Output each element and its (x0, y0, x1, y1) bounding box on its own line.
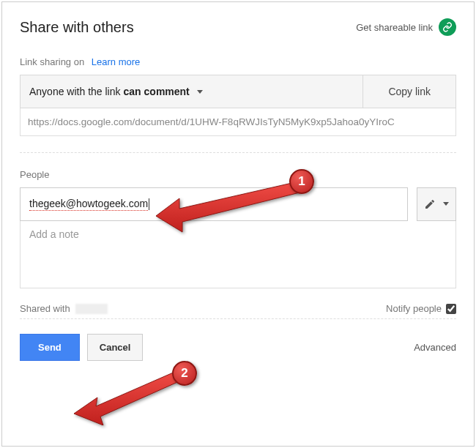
svg-marker-0 (156, 182, 300, 232)
button-group: Send Cancel (20, 334, 143, 361)
chevron-down-icon (443, 202, 449, 206)
shared-with-blurred (75, 304, 108, 314)
perm-level: can comment (124, 86, 190, 97)
note-placeholder: Add a note (29, 228, 79, 240)
section-divider (20, 152, 456, 153)
dialog-title: Share with others (20, 19, 134, 36)
shared-with-row: Shared with Notify people (20, 303, 456, 315)
annotation-arrow-2 (74, 368, 184, 425)
text-cursor (149, 198, 149, 210)
notify-checkbox-input[interactable] (446, 304, 456, 314)
link-icon (439, 18, 456, 36)
get-shareable-link-button[interactable]: Get shareable link (356, 18, 456, 36)
perm-prefix: Anyone with the link (29, 86, 121, 97)
annotation-arrow-1 (156, 179, 302, 238)
link-sharing-status: Link sharing on (20, 56, 84, 67)
annotation-badge-2: 2 (172, 361, 197, 386)
people-label: People (20, 169, 456, 180)
share-url-field[interactable]: https://docs.google.com/document/d/1UHW-… (20, 108, 456, 136)
notify-label: Notify people (386, 303, 442, 314)
learn-more-link[interactable]: Learn more (92, 56, 140, 67)
link-sharing-status-row: Link sharing on Learn more (20, 56, 456, 67)
shared-with-label-group: Shared with (20, 303, 108, 315)
cancel-button[interactable]: Cancel (87, 334, 144, 361)
dialog-footer: Send Cancel Advanced (20, 334, 456, 361)
shared-with-label: Shared with (20, 303, 70, 314)
permission-row: Anyone with the link can comment Copy li… (20, 75, 456, 108)
permission-selector-button[interactable] (417, 187, 456, 221)
copy-link-button[interactable]: Copy link (362, 75, 455, 108)
email-value-text: thegeek@howtogeek.com (29, 198, 148, 211)
notify-people-checkbox[interactable]: Notify people (386, 303, 456, 314)
annotation-badge-1: 1 (289, 169, 314, 194)
pencil-icon (424, 198, 436, 210)
share-dialog: Share with others Get shareable link Lin… (1, 1, 475, 447)
dialog-header: Share with others Get shareable link (20, 18, 456, 36)
advanced-link[interactable]: Advanced (414, 342, 456, 353)
footer-divider (20, 318, 456, 319)
send-button[interactable]: Send (20, 334, 80, 361)
shareable-link-label: Get shareable link (356, 22, 433, 33)
link-permission-dropdown[interactable]: Anyone with the link can comment (21, 75, 362, 108)
svg-marker-1 (74, 371, 182, 425)
chevron-down-icon (197, 90, 203, 94)
